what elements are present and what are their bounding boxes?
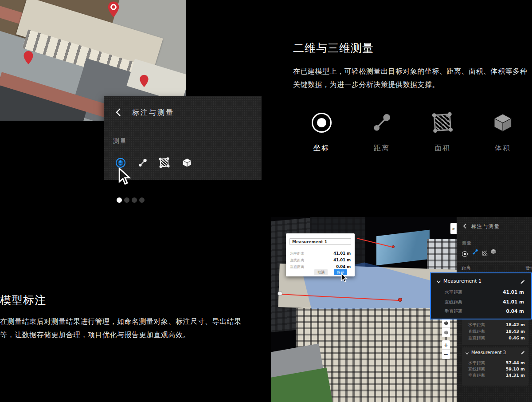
row-value: 0.04 m <box>336 264 351 269</box>
view-3d-button[interactable] <box>442 319 450 327</box>
volume-cube-icon <box>182 158 192 168</box>
feature-measure-description: 在已建模型上，可轻松测量出目标对象的坐标、距离、面积、体积等多种关键数据，为进一… <box>293 65 532 91</box>
edit-pencil-icon[interactable] <box>520 280 525 284</box>
row-label: 直线距离 <box>468 367 485 372</box>
app-screenshot: 水平距离 41.01 m 直线距离 41.01 m 垂直距离 0.04 m 取消… <box>271 217 532 402</box>
coordinate-icon-selected <box>116 158 125 168</box>
feature-measure-title: 二维与三维测量 <box>293 41 374 55</box>
row-value: 14.31 m <box>506 373 525 378</box>
card-row: 直线距离 18.43 m <box>468 329 525 334</box>
panel-title: 标注与测量 <box>132 108 174 118</box>
zoom-in-button[interactable]: + <box>442 340 450 349</box>
feature-icon-volume: 体积 <box>481 112 525 154</box>
measure-point-start <box>278 291 282 296</box>
cursor-arrow-icon <box>117 167 132 186</box>
measure-point-red <box>392 245 395 248</box>
dialog-row: 直线距离 41.01 m <box>290 258 351 263</box>
cancel-button[interactable]: 取消 <box>314 269 328 275</box>
row-label: 水平距离 <box>468 360 485 366</box>
measurement-name: Measurement 3 <box>471 350 506 355</box>
volume-cube-icon <box>492 112 513 134</box>
coordinate-dot <box>317 118 326 127</box>
map-pin-selected-icon <box>107 1 120 18</box>
measurement-card-1-highlighted[interactable]: Measurement 1 水平距离 41.01 m 直线距离 41.01 m … <box>430 272 532 319</box>
coordinate-tool-button[interactable] <box>116 158 125 168</box>
feature-label: 坐标 <box>299 144 344 153</box>
feature-label: 面积 <box>420 144 465 153</box>
carousel-dot-2[interactable] <box>124 197 129 203</box>
carousel-dot-1[interactable] <box>117 197 122 203</box>
measurement-dialog: 水平距离 41.01 m 直线距离 41.01 m 垂直距离 0.04 m 取消… <box>286 233 355 276</box>
view-mode-buttons <box>442 319 450 337</box>
carousel-dot-4[interactable] <box>139 197 145 203</box>
feature-label: 距离 <box>360 144 404 153</box>
row-value: 59.18 m <box>506 367 525 371</box>
card-row: 垂直距离 0.46 m <box>468 335 525 341</box>
card-row: 垂直距离 14.31 m <box>468 373 525 378</box>
row-value: 18.42 m <box>506 322 525 327</box>
chevron-down-icon[interactable] <box>465 352 469 355</box>
sidebar-measure-label: 测量 <box>462 240 472 246</box>
chevron-down-icon[interactable] <box>436 280 441 284</box>
row-value: 41.01 m <box>333 251 351 256</box>
map-pin-icon <box>139 74 149 88</box>
distance-icon <box>138 158 148 168</box>
row-value: 18.43 m <box>506 329 525 334</box>
page: 标注与测量 测量 <box>0 0 532 402</box>
feature-icon-area: 面积 <box>420 112 465 154</box>
measurement-card-2[interactable]: 水平距离 18.42 m 直线距离 18.43 m 垂直距离 0.46 m <box>462 319 528 345</box>
map-pin-icon <box>23 50 34 65</box>
row-label: 直线距离 <box>290 258 304 263</box>
zoom-out-button[interactable]: − <box>442 350 450 359</box>
coordinate-icon <box>312 113 332 133</box>
corner-dot <box>159 165 162 168</box>
area-icon <box>482 251 488 256</box>
coordinate-dot <box>464 253 466 255</box>
volume-tool-button[interactable] <box>490 248 497 255</box>
edit-pencil-icon[interactable] <box>520 351 525 355</box>
cube-outline-icon <box>444 321 449 326</box>
volume-cube-icon <box>490 248 497 255</box>
back-button[interactable] <box>113 107 122 118</box>
feature-annotation-description: 在测量结束后对测量结果进行管理，如命名测量对象、标注尺寸、导出结果等，让数据存储… <box>0 315 245 342</box>
row-label: 直线距离 <box>445 299 462 305</box>
area-tool-button[interactable] <box>482 249 488 254</box>
card-row: 水平距离 41.01 m <box>445 289 524 295</box>
measurement-name-input[interactable] <box>289 238 351 245</box>
measurement-card-3[interactable]: Measurement 3 水平距离 57.44 m 直线距离 59.18 m … <box>462 347 528 386</box>
coordinate-tool-button[interactable] <box>462 248 468 255</box>
sidebar-title: 标注与测量 <box>471 223 500 230</box>
divider <box>457 261 532 262</box>
row-label: 水平距离 <box>468 322 485 328</box>
divider <box>457 235 532 235</box>
volume-tool-button[interactable] <box>182 158 192 168</box>
annotation-measure-panel: 标注与测量 测量 <box>104 96 262 180</box>
row-value: 0.46 m <box>509 335 525 340</box>
feature-icon-coordinate: 坐标 <box>299 112 344 154</box>
row-label: 垂直距离 <box>445 308 462 315</box>
row-label: 垂直距离 <box>468 335 485 341</box>
cursor-arrow-icon <box>340 273 348 283</box>
distance-icon <box>372 112 392 133</box>
corner-dot <box>166 157 169 160</box>
row-value: 41.01 m <box>503 289 524 295</box>
card-row: 直线距离 59.18 m <box>468 367 525 372</box>
sidebar-collapse-button[interactable]: » <box>450 223 457 234</box>
view-2d-button[interactable] <box>442 328 450 337</box>
area-tool-button[interactable] <box>160 158 170 168</box>
divider <box>104 128 262 128</box>
tab-manage[interactable]: 管理 <box>525 265 532 271</box>
measure-point-red <box>398 298 402 302</box>
chevron-left-icon <box>115 108 121 117</box>
row-value: 41.01 m <box>503 299 524 304</box>
carousel-dot-3[interactable] <box>132 197 137 203</box>
area-icon <box>160 158 168 167</box>
corner-dot <box>449 127 453 132</box>
card-row: 垂直距离 0.04 m <box>445 308 524 314</box>
row-label: 水平距离 <box>290 251 304 256</box>
distance-tool-button[interactable] <box>138 158 148 168</box>
tab-distance[interactable]: 距离 <box>462 265 471 271</box>
coordinate-icon <box>462 251 468 257</box>
sidebar-back-button[interactable] <box>461 222 468 229</box>
distance-tool-button[interactable] <box>472 248 479 255</box>
